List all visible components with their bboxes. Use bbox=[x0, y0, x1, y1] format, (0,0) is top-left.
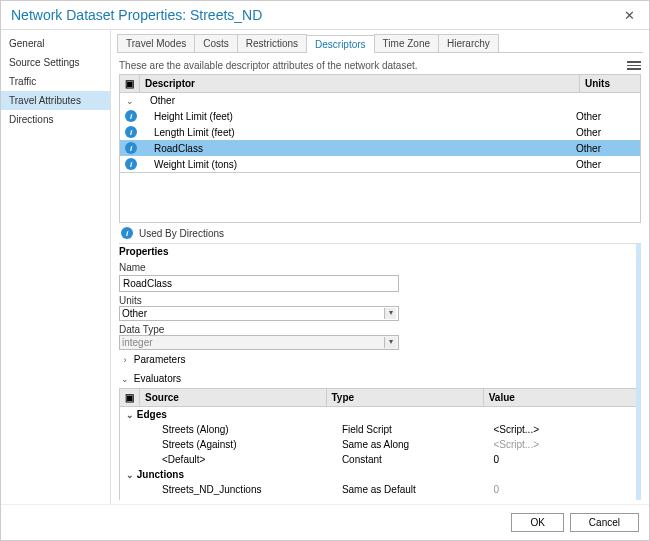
name-label: Name bbox=[119, 259, 641, 273]
col-type[interactable]: Type bbox=[327, 389, 484, 406]
datatype-value: integer bbox=[122, 337, 384, 348]
properties-section: Properties Name Units Other ▾ Data Type … bbox=[119, 243, 641, 500]
tab-costs[interactable]: Costs bbox=[194, 34, 238, 52]
window-title: Network Dataset Properties: Streets_ND bbox=[11, 7, 620, 23]
footer: OK Cancel bbox=[1, 504, 649, 540]
eval-row[interactable]: <Default>Constant0 bbox=[120, 452, 640, 467]
sidebar-item-directions[interactable]: Directions bbox=[1, 110, 110, 129]
datatype-label: Data Type bbox=[119, 321, 641, 335]
col-source[interactable]: Source bbox=[140, 389, 327, 406]
eval-row[interactable]: Streets (Against)Same as Along<Script...… bbox=[120, 437, 640, 452]
eval-group[interactable]: ⌄ Edges bbox=[120, 407, 640, 422]
chevron-down-icon[interactable]: ⌄ bbox=[124, 96, 136, 106]
eval-row[interactable]: <Default>Constant0 bbox=[120, 497, 640, 500]
descriptor-grid-header: ▣ Descriptor Units bbox=[119, 74, 641, 93]
sidebar-item-traffic[interactable]: Traffic bbox=[1, 72, 110, 91]
evaluators-section[interactable]: ⌄ Evaluators bbox=[119, 369, 641, 388]
scrollbar[interactable] bbox=[636, 244, 641, 500]
col-units[interactable]: Units bbox=[580, 75, 640, 92]
group-label: Other bbox=[136, 95, 175, 106]
body: General Source Settings Traffic Travel A… bbox=[1, 30, 649, 504]
chevron-down-icon: ⌄ bbox=[126, 410, 134, 420]
chat-icon: ▣ bbox=[120, 75, 140, 92]
row-units: Other bbox=[576, 127, 636, 138]
tab-hierarchy[interactable]: Hierarchy bbox=[438, 34, 499, 52]
used-by-label: Used By Directions bbox=[139, 228, 224, 239]
main: Travel Modes Costs Restrictions Descript… bbox=[111, 30, 649, 504]
tab-travel-modes[interactable]: Travel Modes bbox=[117, 34, 195, 52]
close-icon[interactable]: ✕ bbox=[620, 8, 639, 23]
chat-icon: ▣ bbox=[120, 389, 140, 406]
menu-icon[interactable] bbox=[627, 61, 641, 70]
tab-restrictions[interactable]: Restrictions bbox=[237, 34, 307, 52]
descriptor-grid: ⌄ Other i Height Limit (feet) Other i Le… bbox=[119, 93, 641, 173]
chevron-down-icon: ⌄ bbox=[126, 470, 134, 480]
chevron-down-icon: ▾ bbox=[384, 337, 396, 348]
sidebar-item-general[interactable]: General bbox=[1, 34, 110, 53]
ok-button[interactable]: OK bbox=[511, 513, 563, 532]
eval-row[interactable]: Streets (Along)Field Script<Script...> bbox=[120, 422, 640, 437]
row-units: Other bbox=[576, 159, 636, 170]
row-name: Weight Limit (tons) bbox=[144, 159, 576, 170]
units-value: Other bbox=[122, 308, 384, 319]
properties-heading: Properties bbox=[119, 244, 641, 259]
row-name: Height Limit (feet) bbox=[144, 111, 576, 122]
hint-row: These are the available descriptor attri… bbox=[119, 57, 641, 74]
eval-row[interactable]: Streets_ND_JunctionsSame as Default0 bbox=[120, 482, 640, 497]
hint-text: These are the available descriptor attri… bbox=[119, 60, 418, 71]
tabs: Travel Modes Costs Restrictions Descript… bbox=[117, 34, 643, 53]
grid-empty-area bbox=[119, 173, 641, 223]
chevron-down-icon[interactable]: ▾ bbox=[384, 308, 396, 319]
info-icon: i bbox=[125, 110, 137, 122]
evaluators-label: Evaluators bbox=[134, 373, 181, 384]
evaluators-header: ▣ Source Type Value bbox=[119, 388, 641, 407]
dialog-window: Network Dataset Properties: Streets_ND ✕… bbox=[0, 0, 650, 541]
info-icon: i bbox=[125, 142, 137, 154]
titlebar: Network Dataset Properties: Streets_ND ✕ bbox=[1, 1, 649, 30]
row-units: Other bbox=[576, 143, 636, 154]
row-units: Other bbox=[576, 111, 636, 122]
used-by-row: i Used By Directions bbox=[119, 223, 641, 243]
datatype-select: integer ▾ bbox=[119, 335, 399, 350]
table-row[interactable]: i Weight Limit (tons) Other bbox=[120, 156, 640, 172]
tab-content: These are the available descriptor attri… bbox=[111, 53, 649, 504]
cancel-button[interactable]: Cancel bbox=[570, 513, 639, 532]
row-name: RoadClass bbox=[144, 143, 576, 154]
name-input[interactable] bbox=[119, 275, 399, 292]
sidebar-item-source-settings[interactable]: Source Settings bbox=[1, 53, 110, 72]
units-select[interactable]: Other ▾ bbox=[119, 306, 399, 321]
tab-time-zone[interactable]: Time Zone bbox=[374, 34, 439, 52]
table-row[interactable]: i RoadClass Other bbox=[120, 140, 640, 156]
info-icon: i bbox=[121, 227, 133, 239]
info-icon: i bbox=[125, 158, 137, 170]
table-row[interactable]: i Height Limit (feet) Other bbox=[120, 108, 640, 124]
sidebar-item-travel-attributes[interactable]: Travel Attributes bbox=[1, 91, 110, 110]
chevron-down-icon: ⌄ bbox=[119, 374, 131, 384]
info-icon: i bbox=[125, 126, 137, 138]
table-row[interactable]: i Length Limit (feet) Other bbox=[120, 124, 640, 140]
row-name: Length Limit (feet) bbox=[144, 127, 576, 138]
col-value[interactable]: Value bbox=[484, 389, 640, 406]
units-label: Units bbox=[119, 292, 641, 306]
parameters-label: Parameters bbox=[134, 354, 186, 365]
tab-descriptors[interactable]: Descriptors bbox=[306, 35, 375, 53]
sidebar: General Source Settings Traffic Travel A… bbox=[1, 30, 111, 504]
evaluators-grid: ⌄ Edges Streets (Along)Field Script<Scri… bbox=[119, 407, 641, 500]
col-descriptor[interactable]: Descriptor bbox=[140, 75, 580, 92]
group-row[interactable]: ⌄ Other bbox=[120, 93, 640, 108]
parameters-section[interactable]: › Parameters bbox=[119, 350, 641, 369]
chevron-right-icon: › bbox=[119, 355, 131, 365]
eval-group[interactable]: ⌄ Junctions bbox=[120, 467, 640, 482]
